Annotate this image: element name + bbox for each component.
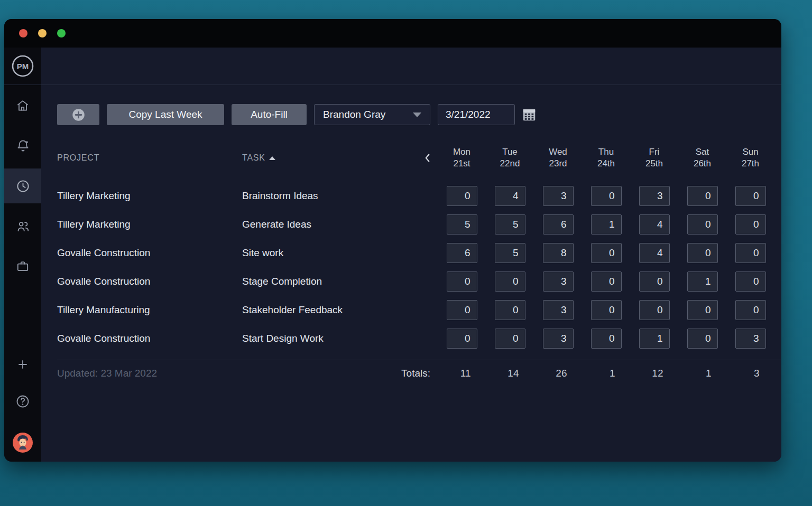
day-total: 3 xyxy=(735,368,766,379)
hours-cell[interactable]: 6 xyxy=(543,214,574,235)
sidebar-item-notifications[interactable] xyxy=(4,128,41,163)
day-column-header: Fri 25th xyxy=(630,146,678,170)
question-icon xyxy=(15,394,30,409)
hours-cell[interactable]: 3 xyxy=(543,271,574,292)
hours-cell[interactable]: 5 xyxy=(447,214,477,235)
project-cell: Govalle Construction xyxy=(57,276,242,287)
maximize-window-button[interactable] xyxy=(57,29,66,38)
hours-cell[interactable]: 0 xyxy=(735,186,766,206)
hours-cell[interactable]: 0 xyxy=(591,271,622,292)
day-column-header: Tue 22nd xyxy=(486,146,534,170)
svg-text:PM: PM xyxy=(17,62,29,71)
plus-icon xyxy=(16,358,29,371)
hours-cell[interactable]: 0 xyxy=(495,329,525,349)
sidebar-nav xyxy=(4,85,41,284)
hours-cell[interactable]: 4 xyxy=(495,186,525,206)
calendar-picker-button[interactable] xyxy=(521,107,537,123)
add-entry-button[interactable] xyxy=(57,104,99,125)
hours-cell[interactable]: 0 xyxy=(735,271,766,292)
project-cell: Govalle Construction xyxy=(57,247,242,259)
copy-last-week-button[interactable]: Copy Last Week xyxy=(107,104,224,125)
hours-cell[interactable]: 0 xyxy=(447,271,477,292)
task-cell: Stage Completion xyxy=(242,276,406,287)
task-cell: Start Design Work xyxy=(242,333,406,344)
task-cell: Generate Ideas xyxy=(242,219,406,230)
clock-icon xyxy=(16,179,30,193)
day-column-header: Mon 21st xyxy=(438,146,486,170)
hours-cell[interactable]: 6 xyxy=(447,243,477,263)
hours-cell[interactable]: 0 xyxy=(591,300,622,320)
project-cell: Tillery Marketing xyxy=(57,219,242,230)
previous-week-button[interactable] xyxy=(406,151,438,165)
hours-cell[interactable]: 0 xyxy=(447,300,477,320)
hours-cell[interactable]: 0 xyxy=(591,243,622,263)
hours-cell[interactable]: 3 xyxy=(543,186,574,206)
main-content: Copy Last Week Auto-Fill Brandon Gray 3/… xyxy=(41,48,781,462)
hours-cell[interactable]: 0 xyxy=(735,300,766,320)
chevron-left-icon xyxy=(422,151,433,165)
sidebar-item-projects[interactable] xyxy=(4,249,41,284)
day-total: 26 xyxy=(543,368,574,379)
hours-cell[interactable]: 0 xyxy=(735,243,766,263)
hours-cell[interactable]: 0 xyxy=(639,300,670,320)
toolbar: Copy Last Week Auto-Fill Brandon Gray 3/… xyxy=(57,104,781,125)
hours-cell[interactable]: 0 xyxy=(591,329,622,349)
sidebar-bottom xyxy=(4,358,41,462)
hours-cell[interactable]: 1 xyxy=(639,329,670,349)
user-avatar[interactable] xyxy=(12,432,33,453)
date-input-value: 3/21/2022 xyxy=(446,109,491,120)
hours-cell[interactable]: 0 xyxy=(687,329,718,349)
timesheet-table: PROJECT TASK Mon 21st Tue 22nd xyxy=(41,125,781,462)
auto-fill-button[interactable]: Auto-Fill xyxy=(232,104,307,125)
task-cell: Stakeholder Feedback xyxy=(242,304,406,316)
hours-cell[interactable]: 0 xyxy=(639,271,670,292)
hours-cell[interactable]: 5 xyxy=(495,243,525,263)
project-cell: Govalle Construction xyxy=(57,333,242,344)
hours-cell[interactable]: 5 xyxy=(495,214,525,235)
user-dropdown-value: Brandon Gray xyxy=(323,109,385,120)
sidebar-item-team[interactable] xyxy=(4,209,41,243)
hours-cell[interactable]: 0 xyxy=(687,186,718,206)
table-row: Govalle Construction Site work 6580400 xyxy=(57,239,781,267)
hours-cell[interactable]: 0 xyxy=(447,186,477,206)
hours-cell[interactable]: 3 xyxy=(543,329,574,349)
hours-cell[interactable]: 1 xyxy=(687,271,718,292)
day-column-header: Thu 24th xyxy=(582,146,630,170)
hours-cell[interactable]: 0 xyxy=(687,214,718,235)
hours-cell[interactable]: 0 xyxy=(495,300,525,320)
people-icon xyxy=(16,219,30,233)
project-column-header[interactable]: PROJECT xyxy=(57,153,242,163)
hours-cell[interactable]: 0 xyxy=(687,300,718,320)
task-cell: Site work xyxy=(242,247,406,259)
sidebar-help-button[interactable] xyxy=(15,394,30,409)
hours-cell[interactable]: 3 xyxy=(543,300,574,320)
hours-cell[interactable]: 4 xyxy=(639,243,670,263)
avatar-image xyxy=(12,432,33,453)
hours-cell[interactable]: 1 xyxy=(591,214,622,235)
table-row: Govalle Construction Start Design Work 0… xyxy=(57,324,781,353)
task-column-header[interactable]: TASK xyxy=(242,153,406,163)
date-input[interactable]: 3/21/2022 xyxy=(438,104,515,125)
day-column-header: Sat 26th xyxy=(678,146,726,170)
close-window-button[interactable] xyxy=(19,29,27,38)
hours-cell[interactable]: 0 xyxy=(447,329,477,349)
minimize-window-button[interactable] xyxy=(38,29,47,38)
table-row: Tillery Marketing Generate Ideas 5561400 xyxy=(57,210,781,239)
hours-cell[interactable]: 0 xyxy=(591,186,622,206)
day-total: 14 xyxy=(495,368,525,379)
page-header-band xyxy=(41,48,781,85)
hours-cell[interactable]: 3 xyxy=(735,329,766,349)
hours-cell[interactable]: 0 xyxy=(687,243,718,263)
hours-cell[interactable]: 4 xyxy=(639,214,670,235)
hours-cell[interactable]: 8 xyxy=(543,243,574,263)
sidebar: PM xyxy=(4,48,41,462)
sidebar-add-button[interactable] xyxy=(16,358,29,371)
sidebar-item-timesheets[interactable] xyxy=(4,168,41,203)
briefcase-icon xyxy=(16,259,30,273)
hours-cell[interactable]: 3 xyxy=(639,186,670,206)
hours-cell[interactable]: 0 xyxy=(495,271,525,292)
pm-logo: PM xyxy=(4,48,41,85)
sidebar-item-home[interactable] xyxy=(4,88,41,123)
user-dropdown[interactable]: Brandon Gray xyxy=(314,104,430,125)
hours-cell[interactable]: 0 xyxy=(735,214,766,235)
